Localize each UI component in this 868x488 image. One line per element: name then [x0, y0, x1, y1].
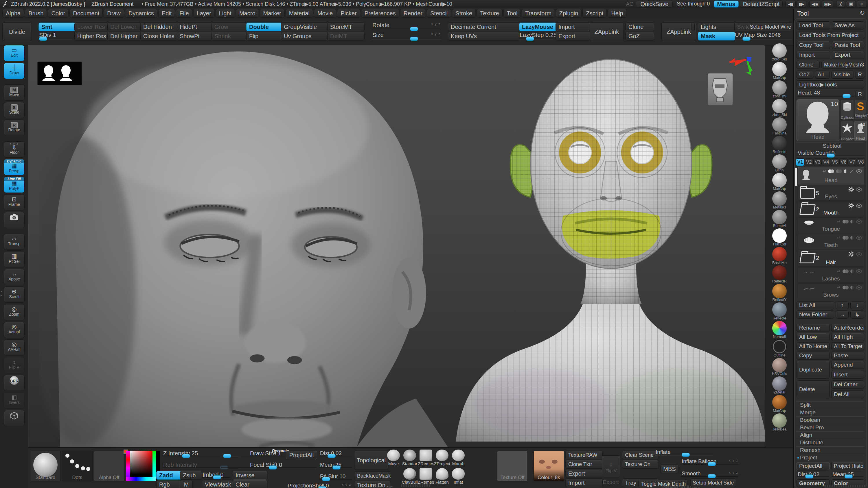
- project-history-button[interactable]: Project History: [831, 462, 864, 470]
- tray-nav-left-icon[interactable]: ◀▮: [785, 1, 795, 7]
- menu-dynamics[interactable]: Dynamics: [125, 9, 157, 18]
- paste-button[interactable]: Paste: [831, 352, 864, 360]
- load-tools-from-project-button[interactable]: Load Tools From Project: [797, 31, 864, 39]
- del-hidden-button[interactable]: Del Hidden: [140, 23, 178, 31]
- menu-zplugin[interactable]: Zplugin: [556, 9, 582, 18]
- material-16[interactable]: Outline: [766, 339, 793, 357]
- colour-texture-thumbnail[interactable]: Colour_8k: [533, 451, 564, 481]
- document-canvas[interactable]: [28, 45, 765, 448]
- export-button[interactable]: Export: [556, 32, 591, 40]
- keep-uvs-button[interactable]: Keep UVs: [448, 32, 520, 40]
- section-project[interactable]: ●Project: [797, 454, 864, 461]
- save-as-button[interactable]: Save As: [832, 22, 864, 30]
- append-button[interactable]: Append: [831, 361, 864, 369]
- brush-claybuildup[interactable]: ClayBuil: [402, 468, 418, 485]
- rotate-button[interactable]: RRotate: [4, 120, 25, 136]
- flip-button[interactable]: Flip: [246, 32, 282, 40]
- tab-v6[interactable]: V6: [839, 158, 848, 166]
- menu-light[interactable]: Light: [216, 9, 235, 18]
- projectionshell-slider[interactable]: ProjectionShell 0x y z: [287, 483, 352, 488]
- menu-render[interactable]: Render: [400, 9, 426, 18]
- section-align[interactable]: Align: [797, 431, 864, 438]
- move-into-icon[interactable]: ↳: [850, 311, 864, 319]
- brush-standard[interactable]: Standar: [402, 450, 418, 466]
- move-up-icon[interactable]: ↑: [836, 301, 848, 310]
- brush-inflat[interactable]: Inflat: [450, 468, 466, 485]
- mask-toggle[interactable]: Mask: [698, 32, 735, 40]
- subtool-row-mouth[interactable]: 2 Mouth: [798, 201, 864, 217]
- menu-draw[interactable]: Draw: [103, 9, 124, 18]
- menu-texture[interactable]: Texture: [476, 9, 503, 18]
- menu-picker[interactable]: Picker: [337, 9, 360, 18]
- rename-button[interactable]: Rename: [797, 324, 830, 332]
- smooth-slider[interactable]: Smoothx y z: [681, 470, 739, 478]
- insert-button[interactable]: Insert: [831, 370, 864, 379]
- zoom-button[interactable]: ◎Zoom: [4, 304, 25, 320]
- bpr-button[interactable]: BPR: [4, 375, 25, 391]
- section-distribute[interactable]: Distribute: [797, 439, 864, 446]
- menu-document[interactable]: Document: [69, 9, 103, 18]
- clone-button[interactable]: Clone: [625, 23, 654, 31]
- higher-res-button[interactable]: Higher Res: [74, 32, 108, 40]
- material-18[interactable]: ZMetal: [766, 377, 793, 394]
- rotate-slider[interactable]: Rotatex y z: [372, 22, 441, 31]
- menu-stroke[interactable]: Stroke: [452, 9, 476, 18]
- snapshot-camera-button[interactable]: [4, 212, 25, 228]
- ptsel-button[interactable]: ▥Pt Sel: [4, 251, 25, 267]
- restore-icon[interactable]: ▣: [846, 1, 856, 7]
- tab-v5[interactable]: V5: [831, 158, 839, 166]
- subtool-row-head[interactable]: ↵ Head: [798, 167, 864, 185]
- uv-groups-button[interactable]: Uv Groups: [281, 32, 328, 40]
- tray-nav-right-icon[interactable]: ▮▶: [797, 1, 806, 7]
- brush-zremesher2[interactable]: ZRemes: [418, 468, 434, 485]
- imbed-slider[interactable]: Imbed 0: [202, 471, 230, 479]
- persp-button[interactable]: Dynamic▦Persp: [4, 159, 25, 175]
- menu-help[interactable]: Help: [608, 9, 626, 18]
- flip-v-button[interactable]: ↕Flip V: [602, 455, 620, 477]
- all-low-button[interactable]: All Low: [797, 333, 830, 341]
- delete-button[interactable]: Delete: [797, 381, 830, 398]
- draw-button[interactable]: ┼Draw: [4, 63, 25, 79]
- see-through-slider[interactable]: See-through 0: [677, 1, 710, 7]
- menu-color[interactable]: Color: [48, 9, 69, 18]
- material-10[interactable]: Flat Col: [766, 228, 793, 246]
- material-4[interactable]: FastSha: [766, 118, 793, 135]
- brush-move[interactable]: Move: [385, 450, 402, 466]
- move-down-icon[interactable]: ↓: [850, 301, 864, 310]
- material-17[interactable]: HSVColc: [766, 358, 793, 376]
- brush-flatten[interactable]: Flatten: [434, 468, 450, 485]
- stroke-thumbnail[interactable]: Dots: [62, 451, 93, 481]
- left-tray-handle[interactable]: ◂▸: [1, 289, 2, 297]
- subtool-scrollbar[interactable]: [795, 168, 797, 186]
- texture-import-button[interactable]: Import: [565, 479, 603, 487]
- subtool-row-lashes[interactable]: ↵ Lashes: [798, 267, 864, 283]
- floor-button[interactable]: x y z⇩Floor: [4, 141, 25, 158]
- shrink-button[interactable]: Shrink: [212, 32, 247, 40]
- reload-icon[interactable]: ↻: [860, 9, 865, 17]
- menu-material[interactable]: Material: [286, 9, 313, 18]
- tool-export-button[interactable]: Export: [832, 51, 864, 59]
- zapplink-button[interactable]: ZAppLink: [590, 23, 624, 41]
- material-3[interactable]: zbro_Ski: [766, 99, 793, 117]
- material-19[interactable]: MatCap: [766, 395, 793, 413]
- color-picker[interactable]: [126, 451, 160, 481]
- flip-v-button[interactable]: ↕Flip V: [4, 357, 25, 373]
- resize-grip[interactable]: [825, 485, 865, 487]
- menu-preferences[interactable]: Preferences: [361, 9, 399, 18]
- rgb-button[interactable]: Rgb: [156, 480, 181, 488]
- tab-v1[interactable]: V1: [796, 158, 804, 166]
- paste-tool-button[interactable]: Paste Tool: [832, 41, 864, 49]
- texture-on-button2[interactable]: Texture On: [622, 460, 659, 468]
- menu-zscript[interactable]: Zscript: [582, 9, 607, 18]
- zapplink2-button[interactable]: ZAppLink: [661, 23, 696, 41]
- tool-name-slider[interactable]: Head. 48: [797, 90, 854, 98]
- material-1[interactable]: MatCap: [766, 62, 793, 79]
- setup-model-wire-button[interactable]: Setup Model Wire: [749, 23, 792, 31]
- next-doc-icon[interactable]: ▣▶: [822, 1, 833, 7]
- lazystep-slider[interactable]: LazyStep 0.25: [519, 32, 553, 40]
- new-folder-button[interactable]: New Folder: [797, 311, 834, 319]
- material-0[interactable]: zbro_Ski: [766, 43, 793, 61]
- section-remesh[interactable]: Remesh: [797, 446, 864, 453]
- lightbox-tools-button[interactable]: Lightbox▶Tools: [797, 80, 864, 89]
- projectall-button[interactable]: ProjectAll: [286, 451, 317, 459]
